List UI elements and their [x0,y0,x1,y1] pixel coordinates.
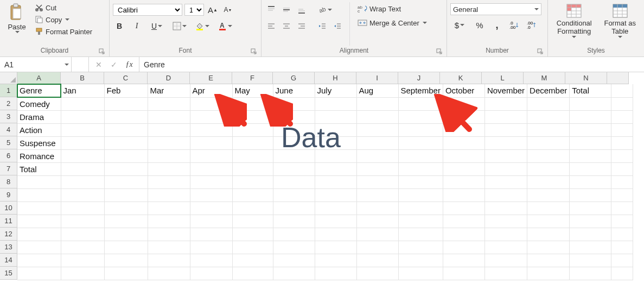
cell[interactable] [484,149,527,162]
font-name-select[interactable]: Calibri [113,4,182,16]
cancel-formula-button[interactable]: ✕ [92,58,105,71]
cell[interactable] [232,110,273,123]
name-box[interactable]: A1 [0,57,72,72]
dialog-launcher-icon[interactable] [98,48,106,55]
cell[interactable] [232,123,273,136]
cell[interactable] [443,123,484,136]
column-header[interactable]: J [398,72,440,84]
cell[interactable]: Suspense [17,136,61,149]
cell[interactable] [190,267,232,280]
cell[interactable] [443,162,484,175]
row-header[interactable]: 3 [0,110,17,123]
cell[interactable] [443,175,484,188]
cell[interactable] [232,254,273,267]
cell[interactable] [148,149,190,162]
cell[interactable]: July [315,84,356,97]
cell[interactable] [443,215,484,228]
cell[interactable] [570,202,611,215]
number-format-select[interactable]: General [450,3,541,15]
row-header[interactable]: 15 [0,267,17,280]
cell[interactable] [148,136,190,149]
row-header[interactable]: 11 [0,215,17,228]
cell[interactable] [61,97,104,110]
decrease-indent-button[interactable] [316,20,329,33]
cell[interactable] [611,215,633,228]
cell[interactable] [356,123,398,136]
italic-button[interactable]: I [130,20,143,33]
cell[interactable] [61,254,104,267]
cell[interactable] [356,254,398,267]
cell[interactable] [148,110,190,123]
cell[interactable] [104,267,148,280]
cell[interactable] [190,188,232,202]
dialog-launcher-icon[interactable] [537,48,544,55]
cell[interactable] [104,202,148,215]
cell[interactable] [17,267,61,280]
cell[interactable] [315,175,356,188]
cell[interactable] [611,136,633,149]
row-header[interactable]: 6 [0,149,17,162]
column-header[interactable]: E [190,72,232,84]
column-header[interactable] [607,72,629,84]
cell[interactable] [273,175,315,188]
cell[interactable] [17,215,61,228]
cell[interactable] [273,97,315,110]
cell[interactable] [484,123,527,136]
cell[interactable] [315,254,356,267]
cell[interactable] [61,202,104,215]
cell[interactable] [356,110,398,123]
cell[interactable] [611,123,633,136]
align-top-button[interactable] [265,3,278,16]
column-header[interactable]: H [315,72,356,84]
font-color-button[interactable]: A [216,20,234,33]
sheet-body[interactable]: GenreJanFebMarAprMayJuneJulyAugSeptember… [17,84,633,280]
cell[interactable] [273,254,315,267]
cut-button[interactable]: Cut [33,2,94,13]
cell[interactable] [398,110,443,123]
underline-button[interactable]: U [148,20,166,33]
cell[interactable] [273,202,315,215]
cell[interactable] [570,228,611,241]
align-bottom-button[interactable] [295,3,308,16]
row-header[interactable]: 13 [0,241,17,254]
cell[interactable] [398,188,443,202]
cell[interactable] [190,241,232,254]
cell[interactable] [273,188,315,202]
cell[interactable] [232,188,273,202]
cell[interactable] [527,241,570,254]
cell[interactable] [611,188,633,202]
cell[interactable] [104,254,148,267]
cell[interactable] [148,215,190,228]
cell[interactable] [527,254,570,267]
cell[interactable] [443,228,484,241]
cell[interactable] [315,241,356,254]
cell[interactable] [148,228,190,241]
cell[interactable] [315,267,356,280]
cell[interactable]: Romance [17,149,61,162]
cell[interactable] [570,123,611,136]
column-header[interactable]: K [440,72,482,84]
paste-button[interactable]: Paste [3,2,30,46]
cell[interactable]: Apr [190,84,232,97]
cell[interactable] [273,123,315,136]
select-all-corner[interactable] [0,72,17,84]
cell[interactable] [570,110,611,123]
row-header[interactable]: 4 [0,123,17,136]
column-header[interactable]: F [232,72,273,84]
column-header[interactable]: D [148,72,190,84]
row-header[interactable]: 14 [0,254,17,267]
cell[interactable] [570,136,611,149]
cell[interactable] [527,149,570,162]
cell[interactable] [443,202,484,215]
cell[interactable] [315,215,356,228]
cell[interactable]: November [484,84,527,97]
cell[interactable] [356,228,398,241]
cell[interactable] [61,162,104,175]
cell[interactable] [315,228,356,241]
cell[interactable] [104,110,148,123]
cell[interactable]: Aug [356,84,398,97]
cell[interactable]: Jan [61,84,104,97]
cell[interactable] [61,175,104,188]
cell[interactable]: October [443,84,484,97]
cell[interactable] [190,175,232,188]
